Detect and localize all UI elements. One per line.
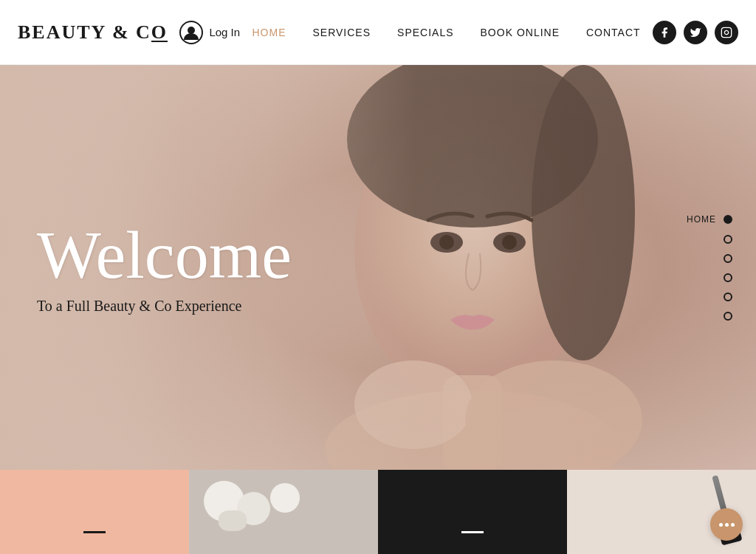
scroll-dot-6[interactable]	[724, 312, 732, 321]
scroll-dots: HOME	[687, 214, 732, 321]
tile-black-dash	[461, 531, 484, 533]
stone-3	[270, 483, 300, 513]
login-button[interactable]: Log In	[179, 21, 240, 44]
nav-specials[interactable]: SPECIALS	[397, 27, 453, 38]
nav-contact[interactable]: CONTACT	[586, 27, 641, 38]
header: BEAUTY & Co Log In HOME SERVICES SPECIAL…	[0, 0, 756, 65]
bottom-tiles	[0, 470, 756, 554]
svg-point-1	[188, 27, 195, 34]
login-label: Log In	[209, 26, 240, 38]
hero-section: Welcome To a Full Beauty & Co Experience…	[0, 65, 756, 470]
twitter-link[interactable]	[684, 21, 707, 44]
facebook-link[interactable]	[653, 21, 676, 44]
tile-pink[interactable]	[0, 470, 189, 554]
instagram-link[interactable]	[715, 21, 738, 44]
chat-dot-1	[719, 523, 723, 527]
scroll-dot-4[interactable]	[724, 273, 732, 282]
tile-stones[interactable]	[189, 470, 378, 554]
scroll-dot-5[interactable]	[724, 293, 732, 301]
chat-dot-3	[731, 523, 735, 527]
user-icon	[179, 21, 203, 44]
stone-4	[219, 510, 247, 531]
hero-content: Welcome To a Full Beauty & Co Experience	[37, 221, 292, 315]
svg-rect-2	[721, 27, 731, 37]
scroll-dot-3[interactable]	[724, 254, 732, 263]
scroll-dot-2[interactable]	[724, 235, 732, 244]
logo-co: o	[151, 21, 168, 44]
nav-home[interactable]: HOME	[252, 27, 286, 38]
main-nav: HOME SERVICES SPECIALS BOOK ONLINE CONTA…	[252, 27, 641, 38]
chat-dot-2	[725, 523, 729, 527]
chat-button[interactable]	[710, 508, 743, 541]
scroll-dot-1-row: HOME	[687, 214, 732, 225]
nav-book-online[interactable]: BOOK ONLINE	[481, 27, 560, 38]
hero-welcome-text: Welcome	[37, 221, 292, 289]
scroll-home-label: HOME	[687, 214, 716, 225]
nav-services[interactable]: SERVICES	[313, 27, 371, 38]
hero-subtitle: To a Full Beauty & Co Experience	[37, 298, 292, 315]
logo[interactable]: BEAUTY & Co	[18, 21, 168, 44]
chat-dots	[719, 523, 735, 527]
tile-pink-dash	[83, 531, 106, 533]
scroll-dot-1[interactable]	[724, 215, 732, 224]
tile-black[interactable]	[378, 470, 567, 554]
social-links	[653, 21, 738, 44]
